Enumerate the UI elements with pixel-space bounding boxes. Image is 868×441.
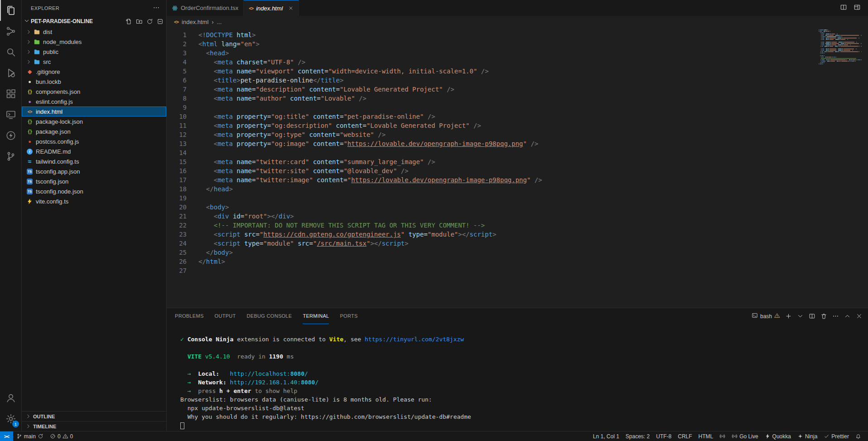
explorer-icon[interactable] [0,0,21,21]
close-icon[interactable] [288,5,294,11]
code-editor[interactable]: 1<!DOCTYPE html>2<html lang="en">3 <head… [167,28,868,308]
file-item-tsconfig.app.json[interactable]: TStsconfig.app.json [22,166,166,176]
file-item-README.md[interactable]: iREADME.md [22,146,166,156]
code-line[interactable]: 23 <script src="https://cdn.gpteng.co/gp… [167,230,868,239]
file-item-src[interactable]: src [22,57,166,67]
panel-tab-ports[interactable]: PORTS [340,308,357,324]
terminal-output[interactable]: ✓ Console Ninja extension is connected t… [167,324,868,431]
breadcrumb[interactable]: <> index.html › ... [167,16,868,28]
prettier-status[interactable]: Prettier [820,431,852,441]
close-panel-icon[interactable] [856,313,863,320]
code-line[interactable]: 26</html> [167,257,868,266]
cursor-position[interactable]: Ln 1, Col 1 [590,431,622,441]
encoding-status[interactable]: UTF-8 [653,431,675,441]
file-item-tsconfig.node.json[interactable]: TStsconfig.node.json [22,186,166,196]
panel-tab-problems[interactable]: PROBLEMS [175,308,204,324]
notifications-button[interactable] [852,431,864,441]
remote-indicator[interactable]: >< [0,431,13,441]
code-line[interactable]: 4 <meta charset="UTF-8" /> [167,58,868,67]
go-live-button[interactable]: Go Live [728,431,761,441]
branch-status[interactable]: main [13,431,47,441]
source-control-icon[interactable] [0,146,21,167]
file-item-eslint.config.js[interactable]: ●eslint.config.js [22,97,166,107]
code-line[interactable]: 9 [167,103,868,112]
terminal-dropdown-icon[interactable] [797,313,804,320]
code-line[interactable]: 19 [167,194,868,203]
kill-terminal-icon[interactable] [820,313,827,320]
terminal-line[interactable] [180,344,868,352]
code-line[interactable]: 2<html lang="en"> [167,39,868,48]
code-line[interactable]: 14 [167,148,868,157]
code-line[interactable]: 16 <meta name="twitter:site" content="@l… [167,166,868,175]
quokka-status[interactable]: Quokka [762,431,794,441]
terminal-line[interactable]: Browserslist: browsers data (caniuse-lit… [180,395,868,404]
file-item-package-lock.json[interactable]: {}package-lock.json [22,116,166,126]
problems-status[interactable]: 0 0 [47,431,76,441]
layout-toggle-icon[interactable] [854,4,861,13]
code-line[interactable]: 20 <body> [167,203,868,212]
breadcrumb-more[interactable]: ... [217,19,222,25]
indentation-status[interactable]: Spaces: 2 [622,431,653,441]
source-control-graph-icon[interactable] [0,21,21,42]
language-mode[interactable]: HTML [695,431,717,441]
file-item-.gitignore[interactable]: ◆.gitignore [22,67,166,77]
code-line[interactable]: 25 </body> [167,248,868,257]
extensions-icon[interactable] [0,83,21,104]
account-icon[interactable] [0,388,21,408]
file-item-public[interactable]: public [22,47,166,57]
maximize-panel-icon[interactable] [844,313,851,320]
project-root-row[interactable]: PET-PARADISE-ONLINE [22,16,166,27]
code-line[interactable]: 6 <title>pet-paradise-online</title> [167,76,868,85]
code-line[interactable]: 11 <meta property="og:description" conte… [167,121,868,130]
terminal-line[interactable]: ✓ Console Ninja extension is connected t… [180,335,868,344]
tab-OrderConfirmation.tsx[interactable]: OrderConfirmation.tsx [167,0,244,16]
terminal-line[interactable]: → Local: http://localhost:8080/ [180,369,868,378]
shell-selector[interactable]: bash [752,312,780,320]
code-line[interactable]: 5 <meta name="viewport" content="width=d… [167,67,868,76]
terminal-line[interactable]: VITE v5.4.10 ready in 1190 ms [180,352,868,361]
file-item-vite.config.ts[interactable]: vite.config.ts [22,196,166,206]
code-line[interactable]: 17 <meta name="twitter:image" content="h… [167,175,868,184]
terminal-line[interactable]: Why you should do it regularly: https://… [180,412,868,421]
terminal-line[interactable]: → Network: http://192.168.1.40:8080/ [180,378,868,387]
terminal-line[interactable] [180,361,868,369]
code-line[interactable]: 10 <meta property="og:title" content="pe… [167,112,868,121]
tab-index.html[interactable]: <>index.html [244,0,299,16]
split-editor-icon[interactable] [840,4,847,13]
panel-tab-debug-console[interactable]: DEBUG CONSOLE [247,308,292,324]
code-line[interactable]: 27 [167,266,868,275]
refresh-icon[interactable] [146,18,153,25]
remote-explorer-icon[interactable] [0,104,21,125]
terminal-line[interactable]: npx update-browserslist-db@latest [180,404,868,412]
new-file-icon[interactable] [125,18,132,25]
file-item-postcss.config.js[interactable]: ●postcss.config.js [22,136,166,146]
broadcast-item[interactable] [716,431,728,441]
minimap[interactable] [819,29,862,66]
code-line[interactable]: 8 <meta name="author" content="Lovable" … [167,94,868,103]
outline-section[interactable]: OUTLINE [22,411,166,421]
code-line[interactable]: 24 <script type="module" src="/src/main.… [167,239,868,248]
file-item-package.json[interactable]: {}package.json [22,126,166,136]
search-icon[interactable] [0,42,21,63]
panel-more-icon[interactable] [832,313,839,320]
file-item-dist[interactable]: dist [22,27,166,37]
code-line[interactable]: 12 <meta property="og:type" content="web… [167,130,868,139]
code-line[interactable]: 1<!DOCTYPE html> [167,30,868,39]
code-line[interactable]: 21 <div id="root"></div> [167,212,868,221]
timeline-section[interactable]: TIMELINE [22,421,166,431]
panel-tab-terminal[interactable]: TERMINAL [303,308,329,324]
panel-tab-output[interactable]: OUTPUT [215,308,236,324]
eol-status[interactable]: CRLF [675,431,695,441]
run-debug-icon[interactable] [0,63,21,83]
more-actions-icon[interactable] [153,4,160,12]
terminal-line[interactable]: → press h + enter to show help [180,387,868,395]
file-item-tailwind.config.ts[interactable]: ≈tailwind.config.ts [22,156,166,166]
ninja-status[interactable]: Ninja [794,431,820,441]
file-item-tsconfig.json[interactable]: TStsconfig.json [22,176,166,186]
file-item-index.html[interactable]: <>index.html [22,107,166,116]
split-terminal-icon[interactable] [809,313,815,320]
terminal-line[interactable] [180,421,868,430]
new-terminal-icon[interactable] [785,313,792,320]
code-line[interactable]: 18 </head> [167,184,868,194]
code-line[interactable]: 3 <head> [167,48,868,58]
